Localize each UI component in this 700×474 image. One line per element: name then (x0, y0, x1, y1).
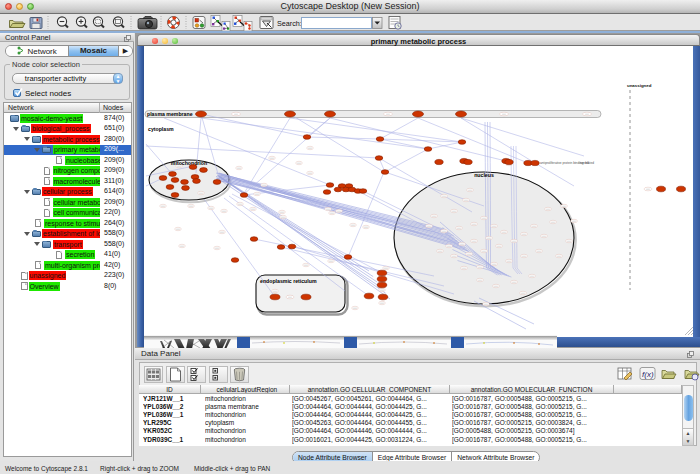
svg-text:f(x): f(x) (642, 370, 654, 379)
